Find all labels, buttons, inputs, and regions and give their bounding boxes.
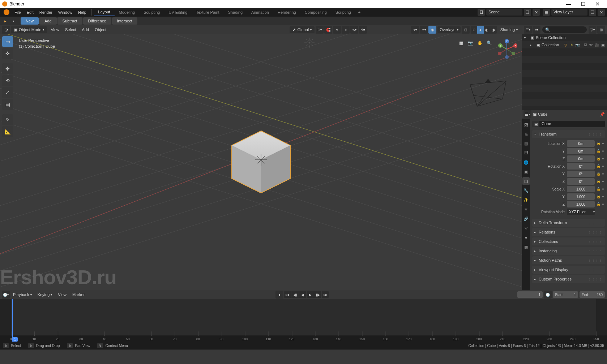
editor-type-dropdown[interactable]: ⬚▾: [2, 26, 10, 34]
shading-solid[interactable]: ●: [477, 26, 484, 34]
tab-viewlayer-props[interactable]: ▤: [522, 140, 530, 147]
tab-world-props[interactable]: 🌐: [522, 158, 530, 166]
viewlayer-new-icon[interactable]: ❐: [589, 9, 596, 16]
zoom-icon[interactable]: 🔍: [485, 39, 493, 47]
hide-viewport-toggle[interactable]: 👁: [588, 43, 594, 47]
timeline-track[interactable]: 0102030405060708090100110120130140150160…: [0, 299, 607, 342]
play-button[interactable]: ▶: [307, 291, 314, 298]
menu-file[interactable]: File: [12, 9, 24, 16]
object-datablock-icon[interactable]: ▣: [532, 121, 539, 127]
interaction-mode-dropdown[interactable]: ▣ Object Mode ▾: [11, 26, 47, 33]
tab-physics-props[interactable]: ⚛: [522, 205, 530, 213]
maximize-button[interactable]: ☐: [576, 1, 590, 7]
timeline-ruler[interactable]: 0102030405060708090100110120130140150160…: [0, 335, 607, 342]
section-custom-properties[interactable]: ▸Custom Properties⋮⋮⋮⋮: [532, 275, 605, 283]
tab-object-props[interactable]: ▢: [522, 177, 530, 185]
overlays-dropdown[interactable]: Overlays▾: [437, 26, 460, 33]
tab-scene-props[interactable]: 🎞: [522, 149, 530, 157]
tab-texture-props[interactable]: ▩: [522, 243, 530, 251]
viewlayer-icon[interactable]: ▦: [543, 9, 550, 16]
tool-annotate[interactable]: ✎: [2, 114, 13, 125]
playhead[interactable]: 1: [12, 299, 13, 342]
use-preview-range-toggle[interactable]: 🕒: [544, 291, 552, 299]
tab-rendering[interactable]: Rendering: [273, 9, 300, 16]
pin-icon[interactable]: 📌: [600, 112, 606, 117]
properties-editor-dropdown[interactable]: ☰▾: [523, 110, 531, 118]
tool-select-box-icon[interactable]: ▸: [1, 17, 9, 25]
shading-lookdev[interactable]: ◐: [484, 26, 490, 34]
menu-object[interactable]: Object: [92, 26, 109, 33]
anim-dot[interactable]: •: [601, 141, 605, 146]
tool-cursor[interactable]: ✛: [2, 48, 13, 59]
rotation-mode-dropdown[interactable]: XYZ Euler▾: [567, 209, 595, 215]
outliner-new-collection[interactable]: ⊞: [597, 26, 605, 34]
outliner-search[interactable]: 🔍: [542, 26, 587, 33]
outliner-filter-dropdown[interactable]: ▽▾: [589, 26, 597, 34]
tab-shading[interactable]: Shading: [224, 9, 247, 16]
tab-compositing[interactable]: Compositing: [300, 9, 331, 16]
viewlayer-delete-icon[interactable]: ✕: [598, 9, 605, 16]
menu-edit[interactable]: Edit: [24, 9, 37, 16]
menu-render[interactable]: Render: [37, 9, 55, 16]
menu-view[interactable]: View: [48, 26, 62, 33]
bool-new-button[interactable]: New: [21, 17, 39, 25]
exclude-toggle[interactable]: ☑: [582, 43, 588, 47]
chevron-down-icon[interactable]: ▾: [9, 17, 17, 25]
axis-gizmo[interactable]: X Y Z: [497, 39, 517, 60]
xray-toggle[interactable]: ⊟: [462, 26, 470, 34]
bool-subtract-button[interactable]: Subtract: [57, 17, 82, 25]
snap-toggle[interactable]: 🧲: [324, 26, 332, 34]
outliner-collection[interactable]: ▸ ▣ Collection ▽ ☀ 📷 ☑ 👁 🎥 ▣: [522, 41, 607, 48]
tab-animation[interactable]: Animation: [247, 9, 273, 16]
section-transform-header[interactable]: ▾Transform ⋮⋮⋮⋮: [532, 130, 605, 138]
shading-rendered[interactable]: ◑: [490, 26, 497, 34]
menu-window[interactable]: Window: [55, 9, 75, 16]
section-motion-paths[interactable]: ▸Motion Paths⋮⋮⋮⋮: [532, 256, 605, 264]
scale-y-field[interactable]: 1.000: [567, 193, 595, 200]
transform-orientation-dropdown[interactable]: ⬈ Global ▾: [290, 26, 315, 33]
close-button[interactable]: ✕: [590, 1, 605, 7]
keyframe-prev-button[interactable]: ◂▮: [291, 291, 299, 298]
proportional-toggle[interactable]: ○: [342, 26, 350, 34]
timeline-editor-dropdown[interactable]: 🕒▾: [2, 291, 10, 299]
minimize-button[interactable]: —: [561, 1, 576, 7]
section-relations[interactable]: ▸Relations⋮⋮⋮⋮: [532, 228, 605, 236]
end-frame-field[interactable]: End:250: [580, 291, 605, 298]
menu-help[interactable]: Help: [75, 9, 89, 16]
menu-marker[interactable]: Marker: [69, 291, 87, 298]
overlays-toggle[interactable]: ◉: [428, 26, 436, 34]
outliner-display-dropdown[interactable]: ▿▾: [533, 26, 540, 34]
tab-output-props[interactable]: 🖨: [522, 130, 530, 138]
tab-modifier-props[interactable]: 🔧: [522, 187, 530, 194]
rotation-y-field[interactable]: 0°: [567, 171, 595, 177]
holdout-toggle[interactable]: ▣: [600, 43, 606, 47]
tab-layout[interactable]: Layout: [94, 8, 115, 16]
outliner-scene-collection[interactable]: ▾ ▣ Scene Collection: [522, 34, 607, 41]
gizmo-dropdown[interactable]: ⟲▾: [359, 26, 367, 34]
add-workspace-button[interactable]: +: [355, 9, 363, 16]
proportional-dropdown[interactable]: ∿▾: [350, 26, 358, 34]
snap-dropdown[interactable]: ▿: [333, 26, 341, 34]
tab-material-props[interactable]: ●: [522, 234, 530, 241]
object-visibility-dropdown[interactable]: ▿▾: [411, 26, 419, 34]
shading-popover[interactable]: Shading▾: [497, 26, 521, 33]
current-frame-field[interactable]: 1: [517, 291, 543, 298]
location-z-field[interactable]: 0m: [567, 155, 595, 162]
scene-new-icon[interactable]: ❐: [524, 9, 531, 16]
bool-difference-button[interactable]: Difference: [83, 17, 111, 25]
location-y-field[interactable]: 0m: [567, 148, 595, 154]
tab-modeling[interactable]: Modeling: [115, 9, 140, 16]
gizmos-toggle-dropdown[interactable]: ✦▾: [420, 26, 428, 34]
keyframe-next-button[interactable]: ▮▸: [314, 291, 321, 298]
outliner-editor-dropdown[interactable]: ☰▾: [524, 26, 532, 34]
section-instancing[interactable]: ▸Instancing⋮⋮⋮⋮: [532, 247, 605, 255]
menu-select[interactable]: Select: [62, 26, 79, 33]
tab-particle-props[interactable]: ✨: [522, 196, 530, 204]
tool-rotate[interactable]: ⟲: [2, 75, 13, 86]
tool-measure[interactable]: 📐: [2, 126, 13, 137]
scene-name-field[interactable]: Scene: [486, 9, 522, 16]
tool-select-box[interactable]: ▭: [2, 36, 13, 47]
shading-wireframe[interactable]: ⊕: [471, 26, 477, 34]
autokey-toggle[interactable]: ●: [275, 291, 283, 299]
jump-end-button[interactable]: ⏭: [322, 291, 329, 298]
